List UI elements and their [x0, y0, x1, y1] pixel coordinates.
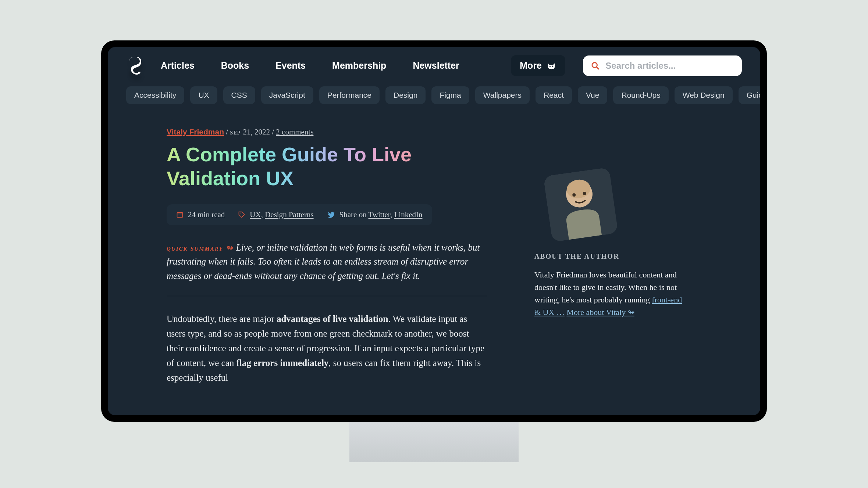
share-linkedin[interactable]: LinkedIn: [394, 210, 423, 219]
tag-react[interactable]: React: [536, 86, 572, 104]
body-1a: Undoubtedly, there are major: [167, 314, 277, 324]
search-input[interactable]: [605, 61, 734, 71]
more-label: More: [520, 60, 542, 71]
share-twitter[interactable]: Twitter: [369, 210, 391, 219]
summary-label: quick summary ↬: [167, 243, 236, 252]
tag-icon: [238, 211, 245, 218]
nav-articles[interactable]: Articles: [161, 60, 195, 71]
cat-icon: [546, 61, 556, 71]
main-column: Vitaly Friedman / sep 21, 2022 / 2 comme…: [167, 128, 487, 385]
tag-link-patterns[interactable]: Design Patterns: [265, 210, 313, 219]
search-box[interactable]: [583, 55, 742, 76]
divider: [167, 296, 487, 296]
tag-css[interactable]: CSS: [223, 86, 255, 104]
tag-link-ux[interactable]: UX: [250, 210, 261, 219]
tags-row: Accessibility UX CSS JavaScript Performa…: [108, 84, 760, 111]
body-paragraph-1: Undoubtedly, there are major advantages …: [167, 312, 487, 385]
meta-bar: 24 min read UX, Design Patterns Sha: [167, 204, 432, 225]
tag-vue[interactable]: Vue: [578, 86, 608, 104]
nav-events[interactable]: Events: [275, 60, 306, 71]
svg-point-1: [552, 65, 554, 67]
tag-wallpapers[interactable]: Wallpapers: [475, 86, 530, 104]
monitor-stand: [349, 422, 519, 462]
tag-design[interactable]: Design: [385, 86, 426, 104]
tag-performance[interactable]: Performance: [319, 86, 380, 104]
svg-line-3: [597, 67, 599, 69]
date-prefix: sep: [230, 128, 243, 136]
svg-point-6: [240, 213, 241, 214]
main-nav: Articles Books Events Membership Newslet…: [161, 60, 493, 71]
more-button[interactable]: More: [511, 55, 565, 76]
comments-link[interactable]: 2 comments: [276, 128, 313, 136]
byline: Vitaly Friedman / sep 21, 2022 / 2 comme…: [167, 128, 487, 137]
svg-point-0: [549, 65, 551, 67]
screen: Articles Books Events Membership Newslet…: [108, 47, 760, 415]
byline-sep2: /: [270, 128, 276, 136]
nav-newsletter[interactable]: Newsletter: [413, 60, 459, 71]
share-sep: ,: [390, 210, 394, 219]
about-text: Vitaly Friedman loves beautiful content …: [534, 269, 689, 319]
tag-sep: ,: [261, 210, 265, 219]
tag-figma[interactable]: Figma: [431, 86, 469, 104]
tag-javascript[interactable]: JavaScript: [261, 86, 313, 104]
site-logo[interactable]: [126, 56, 143, 75]
read-time-text: 24 min read: [188, 210, 225, 219]
sidebar: ABOUT THE AUTHOR Vitaly Friedman loves b…: [534, 128, 689, 385]
content: Vitaly Friedman / sep 21, 2022 / 2 comme…: [108, 111, 760, 385]
article-title: A Complete Guide To Live Validation UX: [167, 143, 487, 190]
share-prefix: Share on: [339, 210, 369, 219]
date-rest: 21, 2022: [243, 128, 270, 136]
article-tags: UX, Design Patterns: [238, 210, 313, 219]
tag-ux[interactable]: UX: [190, 86, 217, 104]
twitter-icon: [327, 211, 335, 219]
tag-roundups[interactable]: Round-Ups: [613, 86, 668, 104]
tag-accessibility[interactable]: Accessibility: [126, 86, 184, 104]
tag-webdesign[interactable]: Web Design: [675, 86, 733, 104]
body-1d: flag errors immediately: [236, 358, 329, 368]
nav-books[interactable]: Books: [221, 60, 249, 71]
about-link-more[interactable]: More about Vitaly ↬: [566, 308, 634, 317]
svg-rect-4: [177, 212, 183, 217]
author-link[interactable]: Vitaly Friedman: [167, 128, 224, 136]
calendar-icon: [176, 211, 184, 218]
author-photo[interactable]: [543, 167, 618, 242]
body-1b: advantages of live validation: [277, 314, 388, 324]
search-icon: [591, 61, 600, 71]
monitor-frame: Articles Books Events Membership Newslet…: [101, 40, 767, 422]
share-section: Share on Twitter, LinkedIn: [327, 210, 423, 219]
tag-guides[interactable]: Guides: [739, 86, 760, 104]
quick-summary: quick summary ↬ Live, or inline validati…: [167, 241, 487, 283]
byline-sep1: /: [224, 128, 230, 136]
nav-membership[interactable]: Membership: [332, 60, 386, 71]
header: Articles Books Events Membership Newslet…: [108, 47, 760, 84]
read-time: 24 min read: [176, 210, 225, 219]
about-heading: ABOUT THE AUTHOR: [534, 252, 689, 261]
